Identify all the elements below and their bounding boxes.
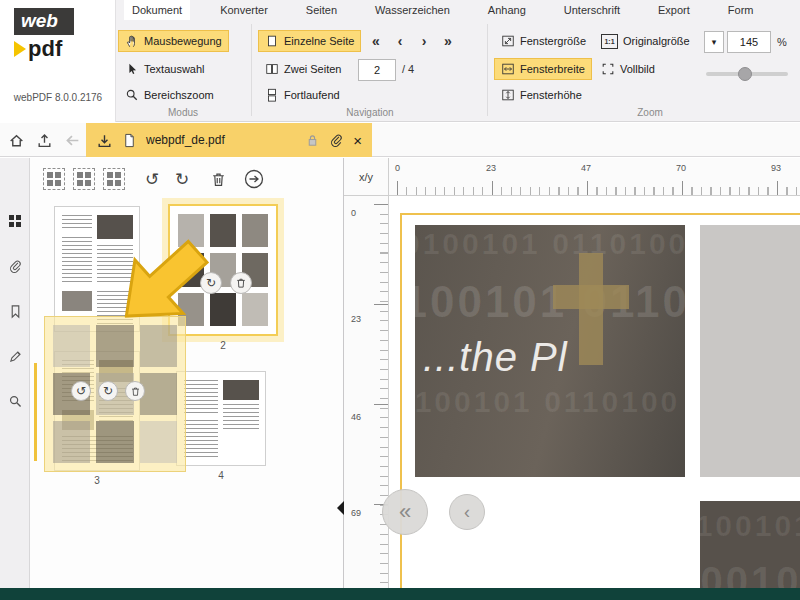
layout-option-1-button[interactable] bbox=[42, 167, 66, 191]
two-pages-icon bbox=[265, 62, 279, 76]
nav-back-small-button[interactable]: ‹ bbox=[449, 494, 485, 530]
thumbnail-page-4[interactable] bbox=[176, 371, 266, 466]
textauswahl-button[interactable]: Textauswahl bbox=[118, 58, 212, 80]
document-toolbar: webpdf_de.pdf × bbox=[0, 123, 800, 157]
signature-panel-button[interactable] bbox=[4, 345, 26, 367]
tab-export[interactable]: Export bbox=[650, 0, 698, 20]
tab-unterschrift[interactable]: Unterschrift bbox=[556, 0, 628, 20]
binary-texture: 0100101 0110100 010101 0110 01001 010110… bbox=[415, 385, 685, 419]
fensterhoehe-button[interactable]: Fensterhöhe bbox=[494, 84, 589, 106]
fensterhoehe-label: Fensterhöhe bbox=[520, 89, 582, 101]
zoom-dropdown-button[interactable]: ▾ bbox=[704, 31, 724, 53]
tab-dokument[interactable]: Dokument bbox=[124, 0, 190, 20]
redo-button[interactable]: ↻ bbox=[170, 167, 194, 191]
originalgroesse-button[interactable]: 1:1 Originalgröße bbox=[594, 30, 697, 52]
page-number-4: 4 bbox=[176, 470, 266, 481]
delete-page-overlay-button[interactable] bbox=[230, 272, 252, 294]
mausbewegung-button[interactable]: Mausbewegung bbox=[118, 30, 229, 52]
bereichszoom-label: Bereichszoom bbox=[144, 89, 214, 101]
bookmark-icon bbox=[8, 304, 23, 319]
tab-form[interactable]: Form bbox=[720, 0, 762, 20]
vertical-ruler: 0 23 46 69 bbox=[344, 196, 389, 588]
attachments-panel-button[interactable] bbox=[4, 255, 26, 277]
continuous-pages-icon bbox=[265, 88, 279, 102]
bereichszoom-button[interactable]: Bereichszoom bbox=[118, 84, 221, 106]
download-icon[interactable] bbox=[96, 132, 113, 149]
vollbild-button[interactable]: Vollbild bbox=[594, 58, 662, 80]
undo-button[interactable]: ↺ bbox=[140, 167, 164, 191]
layout-option-2-button[interactable] bbox=[72, 167, 96, 191]
page-number-input[interactable] bbox=[358, 59, 396, 81]
ghost-overlay-actions: ↺ ↻ bbox=[71, 381, 145, 401]
plus-shape-decor bbox=[553, 285, 629, 309]
lock-icon[interactable] bbox=[305, 133, 320, 148]
zwei-seiten-button[interactable]: Zwei Seiten bbox=[258, 58, 348, 80]
zwei-seiten-label: Zwei Seiten bbox=[284, 63, 341, 75]
app-version: webPDF 8.0.0.2176 bbox=[0, 92, 116, 103]
zoom-slider[interactable] bbox=[706, 72, 788, 76]
tab-seiten[interactable]: Seiten bbox=[298, 0, 345, 20]
h-ruler-23: 23 bbox=[486, 163, 496, 173]
ghost-trash-icon bbox=[125, 381, 145, 401]
thumb-text-decor bbox=[184, 420, 218, 458]
first-page-button[interactable]: « bbox=[366, 30, 386, 52]
document-view: x/y 0 23 47 70 93 0 23 46 69 0100101 011… bbox=[344, 158, 800, 588]
search-icon bbox=[8, 394, 23, 409]
panel-collapse-handle[interactable] bbox=[337, 501, 344, 515]
back-button[interactable] bbox=[62, 130, 82, 150]
layout-1-icon bbox=[43, 168, 65, 190]
v-ruler-23: 23 bbox=[351, 314, 361, 324]
paperclip-icon bbox=[8, 259, 23, 274]
tab-wasserzeichen[interactable]: Wasserzeichen bbox=[367, 0, 458, 20]
zoom-slider-handle[interactable] bbox=[738, 67, 752, 81]
close-document-button[interactable]: × bbox=[353, 133, 362, 148]
one-to-one-icon: 1:1 bbox=[601, 34, 618, 49]
previous-page-button[interactable]: ‹ bbox=[390, 30, 410, 52]
bookmarks-panel-button[interactable] bbox=[4, 300, 26, 322]
document-tab[interactable]: webpdf_de.pdf × bbox=[86, 123, 372, 157]
next-page-button[interactable]: › bbox=[414, 30, 434, 52]
nav-back-large-button[interactable]: « bbox=[382, 489, 428, 535]
thumb-image-decor bbox=[223, 380, 259, 400]
h-ruler-0: 0 bbox=[395, 163, 400, 173]
fortlaufend-button[interactable]: Fortlaufend bbox=[258, 84, 347, 106]
hand-icon bbox=[125, 34, 139, 48]
v-ruler-46: 46 bbox=[351, 412, 361, 422]
search-panel-button[interactable] bbox=[4, 390, 26, 412]
page-total-label: / 4 bbox=[402, 63, 414, 75]
paperclip-icon[interactable] bbox=[329, 133, 344, 148]
app-window: web pdf webPDF 8.0.0.2176 Dokument Konve… bbox=[0, 0, 800, 600]
thumbnails-panel: ↺ ↻ ↻ 2 bbox=[30, 158, 344, 588]
group-separator bbox=[487, 24, 488, 116]
fenstergroesse-label: Fenstergröße bbox=[520, 35, 586, 47]
upload-button[interactable] bbox=[34, 130, 54, 150]
einzelne-seite-button[interactable]: Einzelne Seite bbox=[258, 30, 361, 52]
window-width-icon bbox=[501, 62, 515, 76]
thumb-image-decor bbox=[97, 215, 133, 239]
pdf-page[interactable]: 0100101 0110100 010101 0110 01001 010110… bbox=[400, 213, 800, 588]
ribbon: web pdf webPDF 8.0.0.2176 Dokument Konve… bbox=[0, 0, 800, 122]
arrow-right-circle-icon bbox=[244, 169, 264, 189]
home-button[interactable] bbox=[6, 130, 26, 150]
panel-icon-strip bbox=[0, 158, 30, 588]
zoom-value-input[interactable] bbox=[727, 31, 771, 53]
ruler-major-ticks bbox=[374, 204, 388, 588]
grid-icon bbox=[7, 213, 23, 229]
logo-pdf-text: pdf bbox=[14, 35, 62, 63]
trash-icon bbox=[210, 171, 227, 188]
tab-konverter[interactable]: Konverter bbox=[212, 0, 276, 20]
layout-option-3-button[interactable] bbox=[102, 167, 126, 191]
tab-anhang[interactable]: Anhang bbox=[480, 0, 534, 20]
fensterbreite-button[interactable]: Fensterbreite bbox=[494, 58, 592, 80]
last-page-button[interactable]: » bbox=[438, 30, 458, 52]
delete-page-button[interactable] bbox=[206, 167, 230, 191]
home-icon bbox=[8, 132, 25, 149]
thumbnails-panel-button[interactable] bbox=[4, 210, 26, 232]
einzelne-seite-label: Einzelne Seite bbox=[284, 35, 354, 47]
logo-pdf-label: pdf bbox=[28, 36, 62, 62]
apply-changes-button[interactable] bbox=[242, 167, 266, 191]
h-ruler-93: 93 bbox=[771, 163, 781, 173]
page-canvas: 0100101 0110100 010101 0110 01001 010110… bbox=[389, 196, 800, 588]
group-separator bbox=[251, 24, 252, 116]
fenstergroesse-button[interactable]: Fenstergröße bbox=[494, 30, 593, 52]
